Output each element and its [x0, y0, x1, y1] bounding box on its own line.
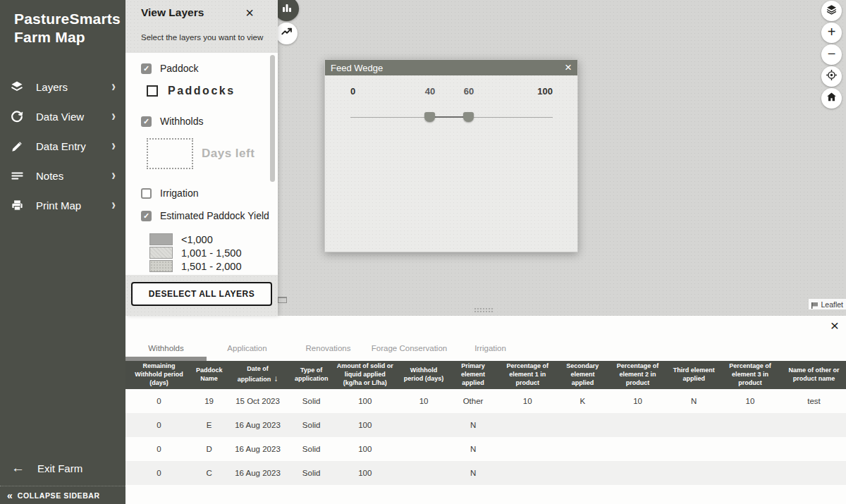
- map-small-box: [278, 297, 287, 303]
- column-header-label: Percentage of element 2 in product: [617, 362, 659, 386]
- sort-desc-icon[interactable]: ↓: [274, 374, 278, 383]
- zoom-out-button[interactable]: −: [821, 44, 842, 65]
- home-button[interactable]: [821, 88, 842, 109]
- yield-swatch-3: [149, 260, 173, 272]
- trend-chart-button[interactable]: [276, 23, 298, 44]
- yield-legend-label-2: 1,001 - 1,500: [181, 247, 241, 259]
- sidebar-item-data-view[interactable]: Data View ›: [0, 102, 125, 131]
- column-header[interactable]: Percentage of element 2 in product: [606, 361, 670, 389]
- table-cell: [606, 437, 670, 461]
- printer-icon: [9, 197, 25, 213]
- tab-application[interactable]: Application: [207, 335, 288, 361]
- table-cell: D: [192, 437, 226, 461]
- panel-drag-handle[interactable]: [474, 307, 494, 312]
- map-layers-button[interactable]: [821, 1, 842, 21]
- withholds-checkbox[interactable]: ✓: [141, 116, 152, 127]
- zoom-in-button[interactable]: +: [821, 23, 842, 43]
- sidebar-item-layers[interactable]: Layers ›: [0, 72, 125, 102]
- table-cell: [397, 461, 450, 485]
- table-row[interactable]: 0D16 Aug 2023Solid100N: [125, 437, 846, 461]
- table-cell: [718, 437, 782, 461]
- column-header[interactable]: Remaining Withhold period (days): [125, 361, 192, 389]
- data-view-icon: [9, 109, 25, 124]
- slider-handle-lower[interactable]: [424, 112, 435, 122]
- exit-farm-button[interactable]: ← Exit Farm: [0, 456, 125, 480]
- table-cell: [670, 461, 718, 485]
- withholds-label: Withholds: [160, 116, 203, 127]
- estimated-yield-checkbox[interactable]: ✓: [141, 211, 152, 221]
- table-cell: [782, 437, 846, 461]
- sidebar-item-notes[interactable]: Notes ›: [0, 161, 125, 190]
- paddock-checkbox[interactable]: ✓: [141, 63, 152, 74]
- sidebar-item-label: Notes: [36, 170, 111, 182]
- table-cell: [782, 413, 846, 437]
- yield-legend-item: 1,501 - 2,000: [149, 259, 278, 273]
- tab-irrigation[interactable]: Irrigation: [450, 335, 531, 361]
- deselect-all-layers-button[interactable]: DESELECT ALL LAYERS: [131, 282, 272, 306]
- sidebar-item-data-entry[interactable]: Data Entry ›: [0, 131, 125, 161]
- table-row[interactable]: 0C16 Aug 2023Solid100N: [125, 461, 846, 485]
- table-cell: 100: [333, 437, 397, 461]
- sidebar-item-print-map[interactable]: Print Map ›: [0, 190, 125, 220]
- days-left-swatch: [147, 138, 193, 169]
- paddocks-legend[interactable]: Paddocks: [147, 85, 278, 97]
- table-cell: [670, 437, 718, 461]
- column-header[interactable]: Date of application↓: [226, 361, 290, 389]
- column-header[interactable]: Secondary element applied: [559, 361, 606, 389]
- paddock-label: Paddock: [160, 63, 198, 74]
- table-cell: 16 Aug 2023: [226, 413, 290, 437]
- column-header[interactable]: Name of other or product name: [782, 361, 846, 389]
- column-header[interactable]: Amount of solid or liquid applied (kg/ha…: [333, 361, 397, 389]
- tab-forage-conservation[interactable]: Forage Conservation: [369, 335, 450, 361]
- locate-button[interactable]: [821, 66, 842, 87]
- column-header-label: Paddock Name: [196, 367, 223, 382]
- layer-row-paddock[interactable]: ✓ Paddock: [141, 63, 278, 74]
- tab-withholds[interactable]: Withholds: [125, 335, 207, 361]
- panel-scrollbar[interactable]: [270, 55, 275, 182]
- table-cell: [606, 461, 670, 485]
- column-header[interactable]: Withhold period (days): [397, 361, 450, 389]
- column-header-label: Withhold period (days): [404, 367, 444, 382]
- layer-row-estimated-yield[interactable]: ✓ Estimated Paddock Yield: [141, 210, 278, 221]
- table-row[interactable]: 0E16 Aug 2023Solid100N: [125, 413, 846, 437]
- layer-row-irrigation[interactable]: Irrigation: [141, 188, 278, 199]
- table-cell: 0: [125, 413, 192, 437]
- column-header[interactable]: Type of application: [290, 361, 333, 389]
- column-header[interactable]: Paddock Name: [192, 361, 226, 389]
- irrigation-checkbox[interactable]: [141, 188, 152, 199]
- attribution-label[interactable]: Leaflet: [821, 300, 843, 309]
- bar-chart-button[interactable]: [274, 0, 299, 21]
- paddocks-legend-label: Paddocks: [168, 85, 235, 97]
- map-attribution[interactable]: Leaflet: [809, 299, 846, 309]
- slider-handle-upper[interactable]: [463, 112, 474, 122]
- layer-row-withholds[interactable]: ✓ Withholds: [141, 116, 278, 127]
- table-cell: Other: [450, 389, 496, 413]
- tab-renovations[interactable]: Renovations: [288, 335, 369, 361]
- table-cell: 10: [397, 389, 450, 413]
- table-row[interactable]: 01915 Oct 2023Solid10010Other10K10N10tes…: [125, 389, 846, 413]
- column-header[interactable]: Percentage of element 3 in product: [718, 361, 782, 389]
- close-icon[interactable]: ×: [565, 61, 572, 75]
- feed-wedge-header[interactable]: Feed Wedge ×: [325, 60, 577, 75]
- column-header-label: Primary element applied: [461, 362, 485, 386]
- collapse-sidebar-button[interactable]: « COLLAPSE SIDEBAR: [0, 486, 125, 504]
- app-root: + − Leaflet: [0, 0, 846, 504]
- column-header-label: Third element applied: [673, 367, 715, 382]
- table-cell: 19: [192, 389, 226, 413]
- column-header-label: Name of other or product name: [788, 367, 839, 382]
- column-header[interactable]: Primary element applied: [450, 361, 496, 389]
- table-cell: N: [670, 389, 718, 413]
- close-icon[interactable]: ×: [830, 316, 839, 334]
- irrigation-label: Irrigation: [160, 188, 198, 199]
- column-header[interactable]: Third element applied: [670, 361, 718, 389]
- table-cell: Solid: [290, 437, 333, 461]
- table-cell: Solid: [290, 413, 333, 437]
- yield-legend-item: 1,001 - 1,500: [149, 246, 278, 259]
- close-icon[interactable]: ×: [245, 6, 254, 20]
- app-title-line2: Farm Map: [14, 28, 125, 47]
- paddocks-legend-checkbox[interactable]: [147, 85, 158, 97]
- column-header[interactable]: Percentage of element 1 in product: [496, 361, 559, 389]
- panel-subtitle: Select the layers you want to view: [141, 33, 263, 42]
- table-cell: 10: [718, 389, 782, 413]
- panel-title: View Layers: [141, 6, 204, 19]
